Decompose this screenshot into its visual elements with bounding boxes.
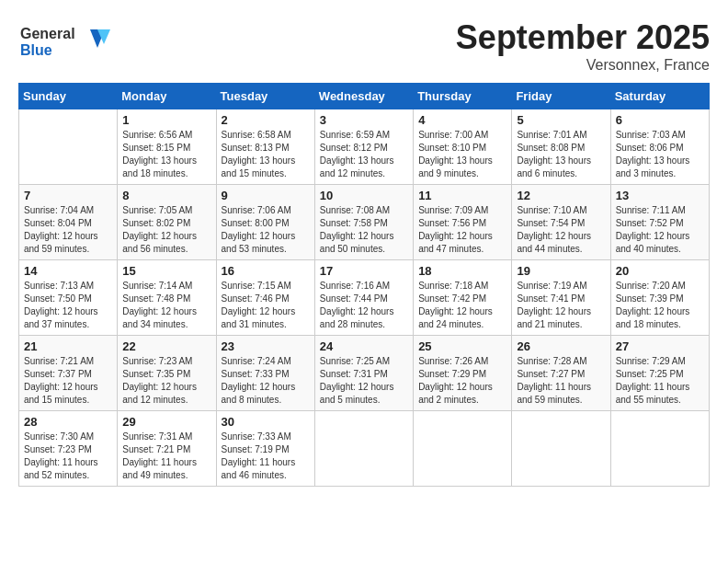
day-info: Sunrise: 7:10 AMSunset: 7:54 PMDaylight:… — [517, 204, 605, 256]
day-number: 10 — [320, 189, 408, 202]
calendar-cell — [314, 411, 413, 487]
calendar-cell — [610, 411, 709, 487]
day-number: 28 — [24, 415, 112, 429]
day-header-saturday: Saturday — [610, 84, 709, 109]
calendar-cell: 29Sunrise: 7:31 AMSunset: 7:21 PMDayligh… — [118, 411, 216, 487]
calendar-week-5: 28Sunrise: 7:30 AMSunset: 7:23 PMDayligh… — [19, 411, 710, 487]
calendar-cell — [19, 109, 118, 185]
day-number: 11 — [418, 189, 506, 202]
day-number: 24 — [320, 339, 408, 353]
day-info: Sunrise: 7:33 AMSunset: 7:19 PMDaylight:… — [222, 431, 310, 482]
day-number: 8 — [122, 189, 210, 202]
calendar-cell: 2Sunrise: 6:58 AMSunset: 8:13 PMDaylight… — [216, 109, 314, 185]
day-info: Sunrise: 7:14 AMSunset: 7:48 PMDaylight:… — [122, 280, 210, 331]
day-info: Sunrise: 7:31 AMSunset: 7:21 PMDaylight:… — [122, 431, 210, 482]
day-info: Sunrise: 7:24 AMSunset: 7:33 PMDaylight:… — [222, 355, 310, 407]
day-number: 5 — [517, 113, 605, 127]
day-info: Sunrise: 7:08 AMSunset: 7:58 PMDaylight:… — [320, 204, 408, 256]
calendar-table: SundayMondayTuesdayWednesdayThursdayFrid… — [18, 83, 710, 487]
calendar-cell: 18Sunrise: 7:18 AMSunset: 7:42 PMDayligh… — [414, 260, 512, 336]
calendar-cell: 7Sunrise: 7:04 AMSunset: 8:04 PMDaylight… — [19, 185, 118, 260]
logo: General Blue — [18, 18, 129, 68]
day-info: Sunrise: 7:29 AMSunset: 7:25 PMDaylight:… — [616, 355, 704, 407]
calendar-cell: 28Sunrise: 7:30 AMSunset: 7:23 PMDayligh… — [19, 411, 118, 487]
day-info: Sunrise: 7:18 AMSunset: 7:42 PMDaylight:… — [418, 280, 506, 331]
day-number: 22 — [122, 339, 210, 353]
day-number: 30 — [222, 415, 310, 429]
calendar-cell: 26Sunrise: 7:28 AMSunset: 7:27 PMDayligh… — [512, 336, 610, 411]
calendar-cell: 24Sunrise: 7:25 AMSunset: 7:31 PMDayligh… — [314, 336, 413, 411]
day-info: Sunrise: 7:05 AMSunset: 8:02 PMDaylight:… — [122, 204, 210, 256]
calendar-week-3: 14Sunrise: 7:13 AMSunset: 7:50 PMDayligh… — [19, 260, 710, 336]
calendar-cell: 14Sunrise: 7:13 AMSunset: 7:50 PMDayligh… — [19, 260, 118, 336]
day-header-sunday: Sunday — [19, 84, 118, 109]
day-info: Sunrise: 7:30 AMSunset: 7:23 PMDaylight:… — [24, 431, 112, 482]
calendar-cell: 22Sunrise: 7:23 AMSunset: 7:35 PMDayligh… — [118, 336, 216, 411]
day-info: Sunrise: 7:06 AMSunset: 8:00 PMDaylight:… — [222, 204, 310, 256]
calendar-week-2: 7Sunrise: 7:04 AMSunset: 8:04 PMDaylight… — [19, 185, 710, 260]
day-info: Sunrise: 7:26 AMSunset: 7:29 PMDaylight:… — [418, 355, 506, 407]
day-number: 27 — [616, 339, 704, 353]
day-header-monday: Monday — [118, 84, 216, 109]
day-info: Sunrise: 7:00 AMSunset: 8:10 PMDaylight:… — [418, 129, 506, 180]
calendar-cell: 4Sunrise: 7:00 AMSunset: 8:10 PMDaylight… — [414, 109, 512, 185]
day-info: Sunrise: 7:09 AMSunset: 7:56 PMDaylight:… — [418, 204, 506, 256]
calendar-cell: 8Sunrise: 7:05 AMSunset: 8:02 PMDaylight… — [118, 185, 216, 260]
calendar-cell: 21Sunrise: 7:21 AMSunset: 7:37 PMDayligh… — [19, 336, 118, 411]
calendar-cell — [512, 411, 610, 487]
day-number: 21 — [24, 339, 112, 353]
day-info: Sunrise: 7:11 AMSunset: 7:52 PMDaylight:… — [616, 204, 704, 256]
calendar-cell: 30Sunrise: 7:33 AMSunset: 7:19 PMDayligh… — [216, 411, 314, 487]
day-info: Sunrise: 6:56 AMSunset: 8:15 PMDaylight:… — [122, 129, 210, 180]
calendar-cell: 9Sunrise: 7:06 AMSunset: 8:00 PMDaylight… — [216, 185, 314, 260]
day-number: 12 — [517, 189, 605, 202]
day-header-tuesday: Tuesday — [216, 84, 314, 109]
day-number: 20 — [616, 264, 704, 278]
day-number: 7 — [24, 189, 112, 202]
calendar-cell: 25Sunrise: 7:26 AMSunset: 7:29 PMDayligh… — [414, 336, 512, 411]
day-number: 15 — [122, 264, 210, 278]
day-info: Sunrise: 7:15 AMSunset: 7:46 PMDaylight:… — [222, 280, 310, 331]
day-number: 25 — [418, 339, 506, 353]
calendar-cell: 20Sunrise: 7:20 AMSunset: 7:39 PMDayligh… — [610, 260, 709, 336]
day-header-thursday: Thursday — [414, 84, 512, 109]
day-number: 23 — [222, 339, 310, 353]
calendar-cell: 15Sunrise: 7:14 AMSunset: 7:48 PMDayligh… — [118, 260, 216, 336]
day-info: Sunrise: 7:19 AMSunset: 7:41 PMDaylight:… — [517, 280, 605, 331]
day-number: 2 — [222, 113, 310, 127]
calendar-cell: 1Sunrise: 6:56 AMSunset: 8:15 PMDaylight… — [118, 109, 216, 185]
day-number: 17 — [320, 264, 408, 278]
day-info: Sunrise: 7:25 AMSunset: 7:31 PMDaylight:… — [320, 355, 408, 407]
day-number: 6 — [616, 113, 704, 127]
calendar-cell: 16Sunrise: 7:15 AMSunset: 7:46 PMDayligh… — [216, 260, 314, 336]
day-number: 19 — [517, 264, 605, 278]
location: Versonnex, France — [456, 57, 710, 74]
day-header-wednesday: Wednesday — [314, 84, 413, 109]
calendar-week-1: 1Sunrise: 6:56 AMSunset: 8:15 PMDaylight… — [19, 109, 710, 185]
day-number: 16 — [222, 264, 310, 278]
calendar-cell: 10Sunrise: 7:08 AMSunset: 7:58 PMDayligh… — [314, 185, 413, 260]
day-number: 4 — [418, 113, 506, 127]
day-number: 29 — [122, 415, 210, 429]
calendar-cell: 17Sunrise: 7:16 AMSunset: 7:44 PMDayligh… — [314, 260, 413, 336]
calendar-cell — [414, 411, 512, 487]
day-info: Sunrise: 7:01 AMSunset: 8:08 PMDaylight:… — [517, 129, 605, 180]
month-title: September 2025 — [456, 18, 710, 57]
day-info: Sunrise: 7:13 AMSunset: 7:50 PMDaylight:… — [24, 280, 112, 331]
svg-text:General: General — [20, 26, 75, 41]
page-header: General Blue September 2025 Versonnex, F… — [18, 18, 710, 74]
day-info: Sunrise: 6:59 AMSunset: 8:12 PMDaylight:… — [320, 129, 408, 180]
svg-text:Blue: Blue — [20, 42, 52, 58]
day-number: 9 — [222, 189, 310, 202]
day-info: Sunrise: 7:04 AMSunset: 8:04 PMDaylight:… — [24, 204, 112, 256]
calendar-cell: 5Sunrise: 7:01 AMSunset: 8:08 PMDaylight… — [512, 109, 610, 185]
calendar-cell: 3Sunrise: 6:59 AMSunset: 8:12 PMDaylight… — [314, 109, 413, 185]
day-info: Sunrise: 7:21 AMSunset: 7:37 PMDaylight:… — [24, 355, 112, 407]
day-number: 3 — [320, 113, 408, 127]
calendar-cell: 13Sunrise: 7:11 AMSunset: 7:52 PMDayligh… — [610, 185, 709, 260]
calendar-cell: 27Sunrise: 7:29 AMSunset: 7:25 PMDayligh… — [610, 336, 709, 411]
calendar-cell: 12Sunrise: 7:10 AMSunset: 7:54 PMDayligh… — [512, 185, 610, 260]
calendar-cell: 11Sunrise: 7:09 AMSunset: 7:56 PMDayligh… — [414, 185, 512, 260]
day-number: 14 — [24, 264, 112, 278]
day-number: 26 — [517, 339, 605, 353]
